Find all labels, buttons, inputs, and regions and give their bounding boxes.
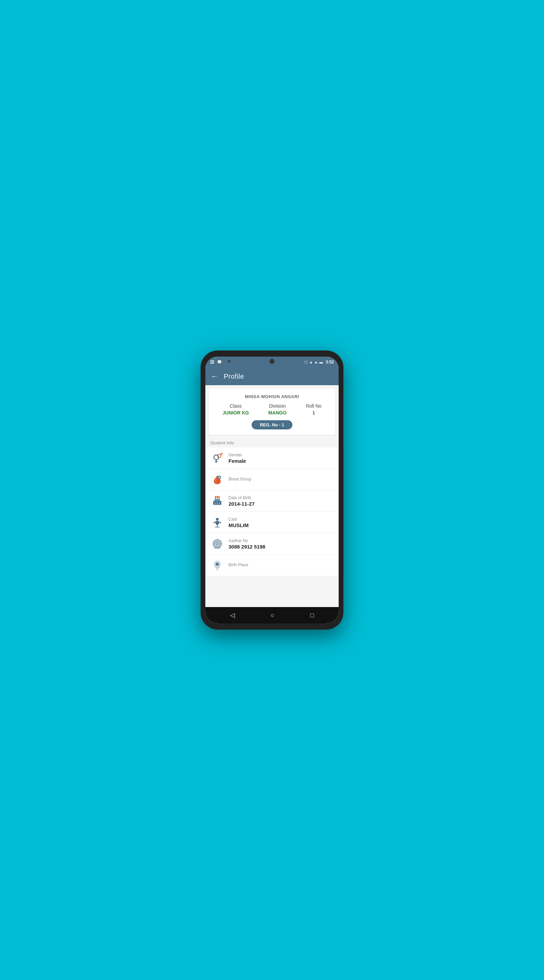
recent-nav-button[interactable]: □	[308, 609, 317, 622]
aadhar-icon: AADHAARI	[211, 537, 224, 550]
student-name: MINSA MOHSIN ANSARI	[213, 394, 331, 399]
svg-point-18	[218, 496, 220, 498]
cast-info: Cast MUSLIM	[228, 517, 249, 528]
roll-value: 1	[312, 410, 315, 415]
signal2-icon: ▲	[314, 360, 318, 364]
list-item: Gender Female	[205, 447, 339, 469]
class-value: JUNIOR KG	[222, 410, 249, 415]
list-item: Blood Group	[205, 469, 339, 490]
division-value: MANGO	[268, 410, 287, 415]
toolbar: ← Profile	[205, 368, 339, 385]
class-row: Class JUNIOR KG Division MANGO Roll No 1	[213, 403, 331, 415]
dob-label: Date of Birth	[228, 495, 255, 500]
cake-icon	[211, 495, 224, 508]
aadhar-value: 3088 2912 5198	[228, 544, 265, 550]
division-label: Division	[269, 403, 285, 409]
battery-icon: ▬	[319, 360, 323, 364]
list-item: Birth Place	[205, 555, 339, 576]
image-notification-icon: 🖼	[210, 360, 214, 364]
roll-col: Roll No 1	[306, 403, 322, 415]
status-bar: 🖼 💬 ⬡ ▲ ▲ ▬ 3:52	[205, 356, 339, 368]
reg-badge: REG. No - 1	[252, 420, 292, 430]
dob-info: Date of Birth 2014-11-27	[228, 495, 255, 507]
home-nav-button[interactable]: ○	[268, 609, 277, 622]
svg-point-27	[216, 563, 219, 566]
cast-icon	[211, 516, 224, 529]
wifi-icon: ⬡	[304, 360, 308, 364]
svg-text:AADHAARI: AADHAARI	[214, 547, 220, 549]
aadhar-info: Aadhar No 3088 2912 5198	[228, 538, 265, 550]
dob-value: 2014-11-27	[228, 501, 255, 507]
list-item: Date of Birth 2014-11-27	[205, 490, 339, 512]
division-col: Division MANGO	[268, 403, 287, 415]
blood-group-info: Blood Group	[228, 477, 251, 482]
cast-value: MUSLIM	[228, 522, 249, 528]
svg-rect-12	[214, 499, 220, 501]
phone-device: 🖼 💬 ⬡ ▲ ▲ ▬ 3:52 ← Profile MINSA MOHSIN …	[201, 350, 343, 630]
status-icons-left: 🖼 💬	[210, 360, 222, 364]
blood-group-icon	[211, 473, 224, 486]
gender-info: Gender Female	[228, 453, 246, 464]
svg-point-17	[217, 496, 218, 498]
nav-bar: ◁ ○ □	[205, 607, 339, 624]
aadhar-label: Aadhar No	[228, 538, 265, 543]
profile-card: MINSA MOHSIN ANSARI Class JUNIOR KG Divi…	[209, 388, 335, 435]
cast-label: Cast	[228, 517, 249, 522]
status-icons-right: ⬡ ▲ ▲ ▬ 3:52	[304, 360, 334, 364]
class-label: Class	[230, 403, 242, 409]
svg-rect-10	[217, 502, 218, 505]
info-card: Gender Female	[205, 447, 339, 576]
whatsapp-icon: 💬	[217, 360, 222, 364]
roll-label: Roll No	[306, 403, 322, 409]
svg-rect-9	[214, 502, 216, 505]
svg-rect-11	[219, 502, 220, 505]
location-icon	[211, 559, 224, 572]
gender-icon	[211, 452, 224, 465]
gender-label: Gender	[228, 453, 246, 457]
toolbar-title: Profile	[224, 372, 244, 380]
svg-point-28	[216, 570, 219, 571]
list-item: AADHAARI Aadhar No 3088 2912 5198	[205, 533, 339, 555]
svg-point-19	[216, 518, 219, 520]
list-item: Cast MUSLIM	[205, 512, 339, 533]
content-area: MINSA MOHSIN ANSARI Class JUNIOR KG Divi…	[205, 385, 339, 607]
blood-group-label: Blood Group	[228, 477, 251, 482]
class-col: Class JUNIOR KG	[222, 403, 249, 415]
phone-screen: 🖼 💬 ⬡ ▲ ▲ ▬ 3:52 ← Profile MINSA MOHSIN …	[205, 356, 339, 624]
gender-value: Female	[228, 458, 246, 464]
back-button[interactable]: ←	[211, 372, 218, 380]
birth-place-info: Birth Place	[228, 563, 248, 568]
back-nav-button[interactable]: ◁	[227, 609, 238, 622]
status-time: 3:52	[326, 360, 334, 364]
birth-place-label: Birth Place	[228, 563, 248, 567]
svg-point-16	[215, 496, 216, 498]
svg-point-25	[217, 543, 218, 544]
signal-icon: ▲	[309, 360, 313, 364]
section-header: Student Info	[205, 437, 339, 447]
